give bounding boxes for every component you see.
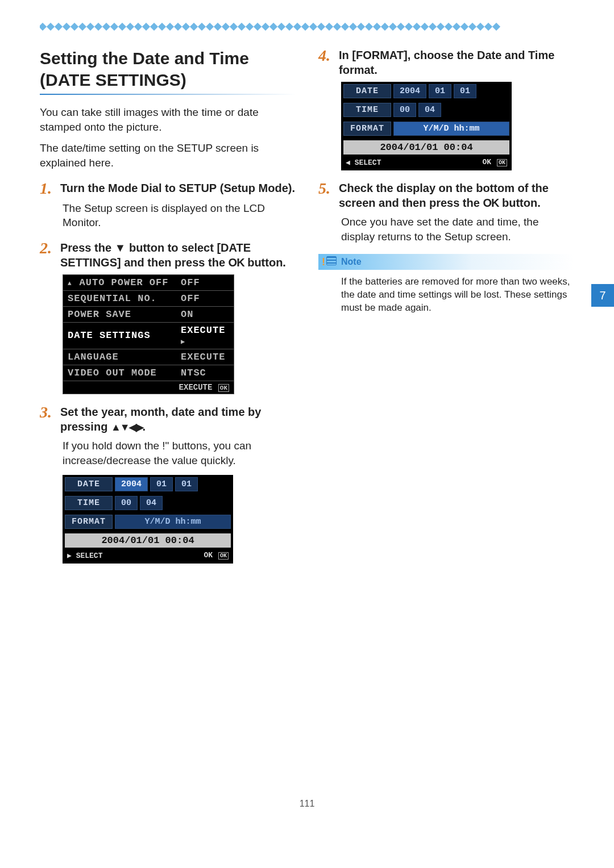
- format-value: Y/M/D hh:mm: [393, 122, 509, 136]
- page-number: 111: [40, 799, 574, 809]
- select-label: SELECT: [355, 158, 381, 167]
- step-heading: Press the ▼ button to select [DATE SETTI…: [60, 240, 296, 270]
- minute-value: 04: [418, 103, 441, 117]
- ok-glyph: OK: [229, 256, 244, 269]
- intro-paragraph-2: The date/time setting on the SETUP scree…: [40, 141, 296, 170]
- step-head-text: Turn the Mode Dial to: [60, 182, 179, 194]
- select-label: SELECT: [76, 552, 103, 560]
- ok-box-icon: OK: [218, 552, 229, 560]
- setup-menu-screenshot: AUTO POWER OFFOFF SEQUENTIAL NO.OFF POWE…: [63, 274, 234, 394]
- menu-item-label: SEQUENTIAL NO.: [68, 293, 175, 304]
- time-field-label: TIME: [343, 103, 391, 117]
- format-value: Y/M/D hh:mm: [115, 515, 231, 529]
- chapter-tab: 7: [591, 284, 614, 307]
- datetime-preview: 2004/01/01 00:04: [65, 533, 231, 548]
- menu-item-value: OFF: [181, 277, 229, 288]
- step-1: 1. Turn the Mode Dial to SETUP (Setup Mo…: [40, 181, 296, 197]
- menu-item-value: NTSC: [181, 368, 229, 378]
- step-heading: Turn the Mode Dial to SETUP (Setup Mode)…: [60, 181, 295, 197]
- setup-glyph: SETUP: [179, 182, 217, 194]
- menu-item-value: OFF: [181, 293, 229, 304]
- title-underline: [40, 94, 296, 95]
- step-5: 5. Check the display on the bottom of th…: [318, 181, 574, 210]
- minute-value: 04: [140, 496, 163, 510]
- ok-glyph: OK: [483, 197, 499, 209]
- step-number: 3.: [40, 404, 55, 434]
- select-arrow-icon: ▶: [67, 552, 72, 560]
- step-head-text: Press the: [60, 241, 115, 254]
- day-value: 01: [454, 84, 476, 98]
- ok-box-icon: OK: [218, 384, 229, 392]
- step-3-body: If you hold down the !" buttons, you can…: [63, 439, 296, 468]
- year-value: 2004: [393, 84, 426, 98]
- menu-item-value: EXECUTE: [181, 325, 229, 347]
- menu-item-label: DATE SETTINGS: [68, 330, 175, 341]
- decorative-diamond-border: [40, 23, 574, 31]
- menu-item-label: AUTO POWER OFF: [80, 277, 175, 288]
- dpad-arrows-icon: ▲▼◀▶: [111, 422, 143, 433]
- date-settings-screenshot-b: DATE 2004 01 01 TIME 00 04 FORMAT Y/M/D …: [341, 82, 512, 170]
- step-head-text-c: button.: [244, 256, 286, 269]
- note-label: Note: [341, 257, 362, 267]
- step-number: 2.: [40, 240, 55, 270]
- format-field-label: FORMAT: [343, 122, 391, 136]
- step-head-text-b: .: [143, 420, 146, 433]
- step-2: 2. Press the ▼ button to select [DATE SE…: [40, 240, 296, 270]
- step-heading: Check the display on the bottom of the s…: [339, 181, 574, 210]
- ok-label: OK: [483, 158, 492, 166]
- step-number: 1.: [40, 181, 55, 197]
- hour-value: 00: [393, 103, 416, 117]
- date-field-label: DATE: [343, 84, 391, 98]
- step-head-text-b: button.: [499, 197, 540, 209]
- hour-value: 00: [115, 496, 138, 510]
- menu-item-value: EXECUTE: [181, 352, 229, 362]
- step-4: 4. In [FORMAT], choose the Date and Time…: [318, 48, 574, 77]
- note-banner: ! Note: [318, 254, 574, 270]
- step-3: 3. Set the year, month, date and time by…: [40, 404, 296, 434]
- step-5-body: Once you have set the date and time, the…: [341, 215, 574, 244]
- menu-item-label: VIDEO OUT MODE: [68, 368, 175, 378]
- step-heading: Set the year, month, date and time by pr…: [60, 404, 296, 434]
- date-field-label: DATE: [65, 477, 113, 491]
- step-heading: In [FORMAT], choose the Date and Time fo…: [339, 48, 574, 77]
- date-settings-screenshot-a: DATE 2004 01 01 TIME 00 04 FORMAT Y/M/D …: [63, 475, 233, 564]
- format-field-label: FORMAT: [65, 515, 113, 529]
- down-arrow-icon: ▼: [115, 241, 126, 254]
- step-head-text: Set the year, month, date and time by pr…: [60, 406, 261, 433]
- step-number: 4.: [318, 48, 333, 77]
- step-head-text-b: (Setup Mode).: [217, 182, 295, 194]
- menu-item-label: POWER SAVE: [68, 309, 175, 320]
- datetime-preview: 2004/01/01 00:04: [343, 140, 509, 155]
- intro-paragraph-1: You can take still images with the time …: [40, 105, 296, 134]
- menu-footer: EXECUTE OK: [63, 381, 234, 394]
- step-number: 5.: [318, 181, 333, 210]
- ok-label: OK: [204, 551, 213, 560]
- day-value: 01: [175, 477, 198, 491]
- ok-box-icon: OK: [497, 159, 507, 166]
- select-arrow-icon: ◀: [346, 158, 350, 167]
- time-field-label: TIME: [65, 496, 113, 510]
- page-title: Setting the Date and Time (DATE SETTINGS…: [40, 48, 296, 90]
- note-text: If the batteries are removed for more th…: [341, 276, 574, 315]
- note-icon: !: [322, 256, 337, 268]
- menu-item-label: LANGUAGE: [68, 352, 175, 362]
- step-1-body: The Setup screen is displayed on the LCD…: [63, 201, 296, 230]
- month-value: 01: [429, 84, 451, 98]
- month-value: 01: [150, 477, 173, 491]
- footer-execute: EXECUTE: [179, 383, 213, 392]
- year-value: 2004: [115, 477, 148, 491]
- menu-item-value: ON: [181, 309, 229, 320]
